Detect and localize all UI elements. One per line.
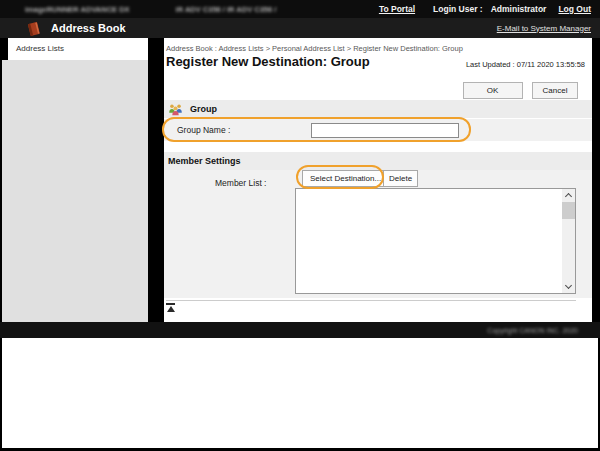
member-settings-header: Member Settings xyxy=(164,152,592,170)
address-book-icon xyxy=(25,20,43,37)
member-list-label: Member List : xyxy=(215,178,267,188)
group-section-header: Group xyxy=(164,100,592,118)
form-actions: OK Cancel xyxy=(463,79,578,99)
device-info: imageRUNNER ADVANCE DX iR ADV C356 / iR … xyxy=(0,5,276,14)
app-title: Address Book xyxy=(51,22,126,34)
member-settings-body: Member List : Select Destination... Dele… xyxy=(164,170,592,298)
page-title: Register New Destination: Group xyxy=(166,54,370,69)
to-portal-link[interactable]: To Portal xyxy=(379,4,415,14)
member-settings-title: Member Settings xyxy=(168,156,241,166)
last-updated-text: Last Updated : 07/11 2020 13:55:58 xyxy=(466,60,585,69)
delete-button[interactable]: Delete xyxy=(383,170,418,187)
member-list-box[interactable] xyxy=(295,188,576,294)
logout-link[interactable]: Log Out xyxy=(558,4,591,14)
ok-button[interactable]: OK xyxy=(463,82,523,99)
group-name-label: Group Name : xyxy=(177,125,230,135)
cancel-button[interactable]: Cancel xyxy=(532,82,578,99)
footer-bar: Copyright CANON INC. 2020 xyxy=(0,322,600,338)
empty-page-area xyxy=(2,338,598,448)
body-region: Address Lists Address Book : Address Lis… xyxy=(0,38,600,322)
group-section-title: Group xyxy=(190,104,217,114)
main-content-panel: Address Book : Address Lists > Personal … xyxy=(164,38,592,322)
member-list-scrollbar[interactable] xyxy=(562,189,575,293)
app-bar: Address Book E-Mail to System Manager xyxy=(0,18,600,38)
sidebar-item-address-lists[interactable]: Address Lists xyxy=(8,38,148,60)
chevron-down-icon[interactable] xyxy=(562,280,575,293)
login-user-name: Administrator xyxy=(491,4,547,14)
system-bar: imageRUNNER ADVANCE DX iR ADV C356 / iR … xyxy=(0,0,600,18)
remote-ui-window: imageRUNNER ADVANCE DX iR ADV C356 / iR … xyxy=(0,0,600,451)
device-name-text: iR ADV C356 / iR ADV C356 / xyxy=(176,5,277,14)
chevron-up-icon[interactable] xyxy=(562,189,575,202)
group-name-row: Group Name : xyxy=(164,119,592,141)
content-bottom-divider xyxy=(166,300,576,301)
scrollbar-thumb[interactable] xyxy=(562,202,575,219)
sidebar-background xyxy=(2,60,148,322)
session-links: To Portal Login User : Administrator Log… xyxy=(379,4,600,14)
group-name-input[interactable] xyxy=(311,123,459,138)
back-to-top-button[interactable] xyxy=(166,303,177,313)
email-to-system-manager-link[interactable]: E-Mail to System Manager xyxy=(497,24,591,33)
select-destination-button[interactable]: Select Destination... xyxy=(302,170,389,187)
login-user-label: Login User : xyxy=(433,4,483,14)
group-people-icon xyxy=(168,102,183,117)
device-model-text: imageRUNNER ADVANCE DX xyxy=(25,5,130,14)
copyright-text: Copyright CANON INC. 2020 xyxy=(487,327,578,334)
breadcrumb: Address Book : Address Lists > Personal … xyxy=(166,44,463,53)
sidebar: Address Lists xyxy=(2,38,148,322)
